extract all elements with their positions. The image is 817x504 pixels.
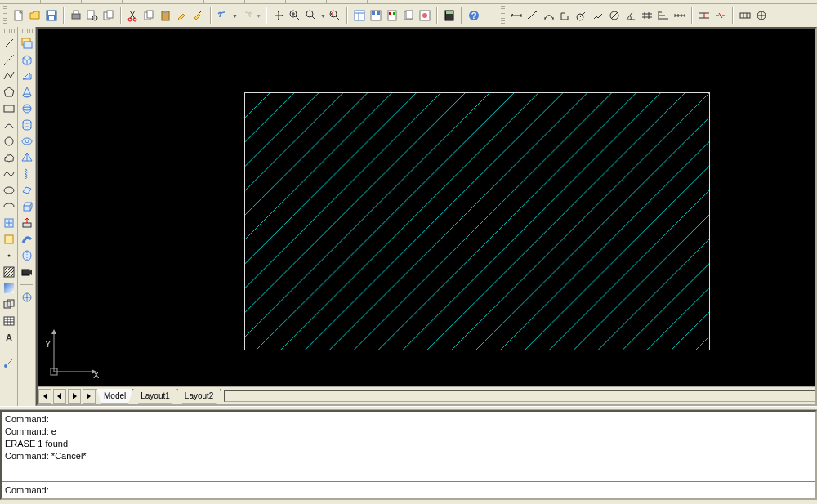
dim-radius-icon[interactable] (574, 8, 589, 23)
region-icon[interactable] (2, 297, 16, 312)
camera-icon[interactable] (20, 265, 34, 279)
toolbar-handle[interactable] (2, 29, 16, 33)
undo-icon[interactable] (216, 8, 230, 23)
polyline-icon[interactable] (2, 69, 16, 83)
torus-3d-icon[interactable] (20, 134, 34, 149)
model-viewport[interactable]: Y X Model Layout1 Layout2 (36, 27, 817, 406)
tab-layout2[interactable]: Layout2 (177, 389, 221, 404)
revolve-icon[interactable] (20, 248, 34, 263)
command-input[interactable] (51, 485, 812, 495)
calculator-icon[interactable] (442, 8, 457, 23)
dim-space-icon[interactable] (697, 8, 712, 23)
sheet-set-icon[interactable] (401, 8, 416, 23)
tab-nav-next-icon[interactable] (68, 389, 81, 404)
tab-nav-last-icon[interactable] (83, 389, 96, 404)
cone-3d-icon[interactable] (20, 85, 34, 100)
svg-rect-46 (4, 283, 14, 293)
toolbar-handle[interactable] (20, 29, 34, 33)
dim-aligned-icon[interactable] (525, 8, 540, 23)
center-icon[interactable] (20, 290, 34, 305)
dim-baseline-icon[interactable] (656, 8, 671, 23)
cylinder-3d-icon[interactable] (20, 118, 34, 132)
redo-icon[interactable] (239, 8, 254, 23)
dim-arc-icon[interactable] (542, 8, 556, 23)
tab-nav-prev-icon[interactable] (53, 389, 66, 404)
tool-palettes-icon[interactable] (385, 8, 400, 23)
zoom-previous-icon[interactable] (328, 8, 342, 23)
tab-layout1[interactable]: Layout1 (133, 389, 177, 404)
pan-icon[interactable] (271, 8, 286, 23)
box-3d-icon[interactable] (20, 52, 34, 67)
hatched-rectangle (244, 92, 710, 350)
dim-center-icon[interactable] (754, 8, 769, 23)
point-icon[interactable] (2, 248, 16, 263)
dim-continue-icon[interactable] (672, 8, 687, 23)
svg-text:A: A (6, 332, 12, 342)
open-file-icon[interactable] (28, 8, 42, 23)
pyramid-3d-icon[interactable] (20, 150, 34, 165)
construction-line-icon[interactable] (2, 52, 16, 67)
copy-icon[interactable] (142, 8, 157, 23)
spline-icon[interactable] (2, 167, 16, 181)
tab-nav-first-icon[interactable] (38, 389, 51, 404)
paste-icon[interactable] (158, 8, 173, 23)
wedge-3d-icon[interactable] (20, 69, 34, 83)
tab-model[interactable]: Model (96, 389, 133, 404)
revcloud-icon[interactable] (2, 150, 16, 165)
insert-block-icon[interactable] (2, 216, 16, 230)
zoom-window-icon[interactable] (304, 8, 319, 23)
design-center-icon[interactable] (368, 8, 383, 23)
rectangle-icon[interactable] (2, 101, 16, 116)
hatch-icon[interactable] (2, 265, 16, 279)
dim-angular-icon[interactable] (623, 8, 638, 23)
toolbar-handle[interactable] (501, 6, 505, 25)
svg-rect-36 (740, 13, 750, 18)
svg-rect-22 (377, 11, 380, 15)
ellipse-icon[interactable] (2, 183, 16, 198)
add-selected-icon[interactable] (2, 355, 16, 370)
cut-icon[interactable] (126, 8, 141, 23)
svg-rect-62 (23, 223, 31, 227)
command-input-line[interactable]: Command: (2, 482, 815, 498)
dim-quick-icon[interactable] (640, 8, 654, 23)
dim-linear-icon[interactable] (509, 8, 524, 23)
sweep-icon[interactable] (20, 232, 34, 247)
helix-icon[interactable] (20, 167, 34, 181)
extrude-icon[interactable] (20, 199, 34, 214)
match-properties-icon[interactable] (175, 8, 190, 23)
new-file-icon[interactable] (11, 8, 26, 23)
gradient-icon[interactable] (2, 281, 16, 296)
dim-tolerance-icon[interactable] (738, 8, 752, 23)
ellipse-arc-icon[interactable] (2, 199, 16, 214)
paint-icon[interactable] (191, 8, 206, 23)
make-block-icon[interactable] (2, 232, 16, 247)
sphere-3d-icon[interactable] (20, 101, 34, 116)
svg-rect-27 (406, 11, 413, 19)
line-icon[interactable] (2, 36, 16, 51)
table-icon[interactable] (2, 314, 16, 328)
print-icon[interactable] (69, 8, 83, 23)
markup-icon[interactable] (417, 8, 432, 23)
dim-jogged-icon[interactable] (591, 8, 605, 23)
publish-icon[interactable] (101, 8, 116, 23)
help-icon[interactable]: ? (467, 8, 481, 23)
planar-surf-icon[interactable] (20, 183, 34, 198)
dim-break-icon[interactable] (713, 8, 728, 23)
mtext-icon[interactable]: A (2, 330, 16, 345)
svg-rect-24 (389, 12, 391, 15)
dim-diameter-icon[interactable] (607, 8, 622, 23)
presspull-icon[interactable] (20, 216, 34, 230)
svg-rect-53 (24, 42, 32, 48)
zoom-realtime-icon[interactable] (288, 8, 302, 23)
tab-scroll-track[interactable] (224, 390, 815, 402)
print-preview-icon[interactable] (85, 8, 100, 23)
dim-ordinate-icon[interactable] (558, 8, 573, 23)
polygon-icon[interactable] (2, 85, 16, 100)
toolbar-handle[interactable] (3, 6, 7, 25)
save-icon[interactable] (44, 8, 59, 23)
layer-prop-icon[interactable] (20, 36, 34, 51)
properties-icon[interactable] (352, 8, 367, 23)
circle-icon[interactable] (2, 134, 16, 149)
arc-icon[interactable] (2, 118, 16, 132)
svg-point-58 (23, 127, 31, 130)
